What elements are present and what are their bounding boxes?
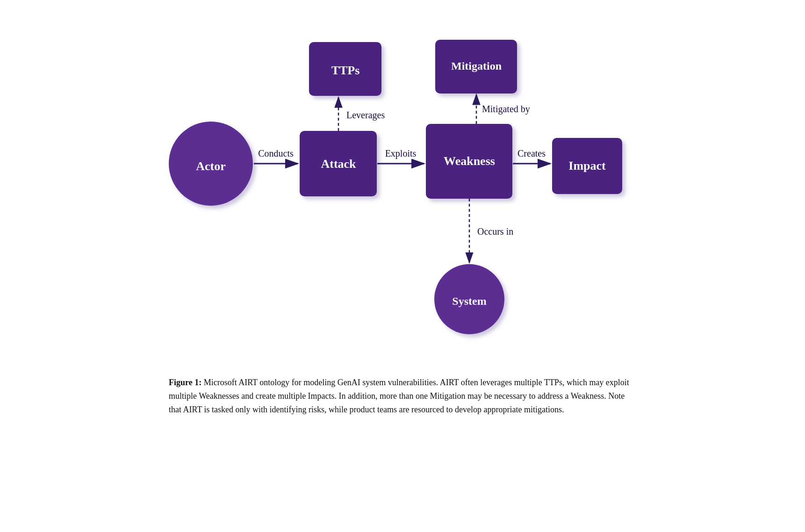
conducts-label: Conducts bbox=[258, 148, 294, 158]
diagram-container: Actor TTPs Attack Mitigation Weakness Im… bbox=[145, 19, 660, 357]
actor-label: Actor bbox=[196, 159, 226, 173]
impact-label: Impact bbox=[568, 159, 606, 173]
diagram-svg: Actor TTPs Attack Mitigation Weakness Im… bbox=[145, 19, 660, 355]
attack-label: Attack bbox=[321, 157, 356, 171]
ttps-label: TTPs bbox=[331, 64, 360, 77]
caption-text: Microsoft AIRT ontology for modeling Gen… bbox=[169, 378, 629, 414]
system-label: System bbox=[452, 295, 486, 307]
caption-prefix: Figure 1: bbox=[169, 378, 201, 387]
mitigated-by-label: Mitigated by bbox=[482, 104, 530, 115]
exploits-label: Exploits bbox=[385, 148, 417, 159]
creates-label: Creates bbox=[518, 148, 546, 158]
mitigation-label: Mitigation bbox=[451, 60, 502, 72]
weakness-label: Weakness bbox=[444, 154, 495, 168]
leverages-label: Leverages bbox=[346, 110, 385, 121]
occurs-in-label: Occurs in bbox=[477, 226, 513, 237]
figure-caption: Figure 1: Microsoft AIRT ontology for mo… bbox=[169, 376, 636, 416]
